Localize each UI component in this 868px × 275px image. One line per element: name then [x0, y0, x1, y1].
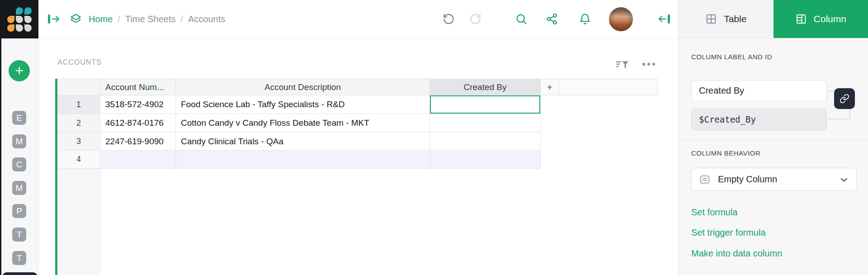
top-bar: Home / Time Sheets / Accounts — [39, 0, 678, 38]
column-type-value: Empty Column — [718, 174, 777, 185]
cell-created-by[interactable] — [430, 133, 541, 151]
row-number-cell[interactable]: 3 — [57, 133, 100, 151]
tab-table-label: Table — [724, 14, 746, 24]
cell-account-description[interactable]: Food Science Lab - Taffy Specialists - R… — [176, 95, 430, 114]
panel-divider — [679, 270, 868, 270]
panel-tabs: Table Column — [679, 0, 868, 38]
data-grid: Account Num... Account Description Creat… — [57, 79, 658, 169]
workbook-sidebar: + E M C M P T T — [0, 38, 39, 275]
column-header-created-by[interactable]: Created By — [430, 79, 541, 95]
collapse-panel-icon[interactable] — [657, 13, 671, 25]
link-icon — [840, 94, 849, 104]
table-row: 3 2247-619-9090 Candy Clinical Trials - … — [57, 133, 658, 151]
cell-account-number[interactable] — [100, 151, 176, 169]
app-logo[interactable] — [0, 0, 38, 38]
column-label-input[interactable] — [691, 80, 827, 101]
cell-account-number[interactable]: 3518-572-4902 — [100, 95, 176, 114]
panel-divider — [679, 139, 868, 140]
column-id-field: $Created_By — [691, 109, 827, 130]
cell-created-by[interactable] — [430, 114, 541, 133]
breadcrumb-separator: / — [180, 14, 183, 24]
sidebar-item-workbook-c[interactable]: C — [12, 157, 26, 171]
breadcrumb-home[interactable]: Home — [89, 14, 113, 24]
breadcrumb-time-sheets[interactable]: Time Sheets — [125, 14, 176, 24]
table-row-new: 4 — [57, 151, 658, 169]
link-label-id-button[interactable] — [834, 88, 855, 109]
section-heading-column-behavior: COLUMN BEHAVIOR — [691, 149, 760, 157]
tab-column-label: Column — [814, 14, 846, 24]
empty-column-icon — [699, 174, 711, 185]
column-type-dropdown[interactable]: Empty Column — [691, 168, 857, 191]
row-number-cell[interactable]: 1 — [57, 95, 100, 114]
set-trigger-formula-link[interactable]: Set trigger formula — [691, 228, 766, 238]
breadcrumb-separator: / — [118, 14, 120, 24]
sidebar-bottom-button[interactable] — [2, 272, 38, 275]
breadcrumb: Home / Time Sheets / Accounts — [89, 0, 225, 38]
row-number-cell[interactable]: 4 — [57, 151, 100, 169]
row-number-cell[interactable]: 2 — [57, 114, 100, 133]
sidebar-item-workbook-m1[interactable]: M — [12, 134, 26, 148]
make-into-data-column-link[interactable]: Make into data column — [691, 248, 782, 259]
logo-grid-icon — [7, 7, 32, 32]
app-window: + E M C M P T T Home / Time Sh — [0, 0, 868, 275]
table-row: 1 3518-572-4902 Food Science Lab - Taffy… — [57, 95, 658, 114]
cell-account-description[interactable]: Candy Clinical Trials - QAa — [176, 133, 430, 151]
add-column-button[interactable]: + — [541, 79, 559, 95]
sidebar-item-workbook-t1[interactable]: T — [12, 228, 26, 242]
chevron-down-icon — [839, 175, 849, 185]
cell-account-number[interactable]: 4612-874-0176 — [100, 114, 176, 133]
cell-created-by[interactable] — [430, 151, 541, 169]
selected-cell-created-by[interactable] — [430, 95, 541, 114]
table-grid-icon — [705, 13, 717, 25]
set-formula-link[interactable]: Set formula — [691, 207, 737, 218]
sidebar-item-workbook-m2[interactable]: M — [12, 181, 26, 195]
table-row: 2 4612-874-0176 Cotton Candy v Candy Flo… — [57, 114, 658, 133]
sidebar-item-workbook-t2[interactable]: T — [12, 251, 26, 265]
sidebar-edge — [0, 38, 1, 275]
header-row: Account Num... Account Description Creat… — [57, 79, 658, 95]
sidebar-item-workbook-e[interactable]: E — [12, 111, 26, 125]
empty-header-cell[interactable] — [559, 79, 658, 95]
breadcrumb-accounts[interactable]: Accounts — [188, 14, 225, 24]
undo-icon[interactable] — [443, 13, 455, 25]
tab-table[interactable]: Table — [679, 0, 774, 38]
user-avatar[interactable] — [609, 7, 633, 31]
more-options-icon[interactable] — [642, 63, 655, 66]
sort-filter-icon[interactable] — [616, 59, 629, 72]
row-number-rail — [57, 169, 100, 275]
add-workbook-button[interactable]: + — [9, 60, 30, 81]
sidebar-item-workbook-p[interactable]: P — [12, 204, 26, 218]
cell-account-number[interactable]: 2247-619-9090 — [100, 133, 176, 151]
properties-panel: Table Column COLUMN LABEL AND ID $Create… — [678, 0, 868, 275]
search-icon[interactable] — [515, 13, 528, 25]
sheet-title: ACCOUNTS — [57, 58, 102, 66]
tab-column[interactable]: Column — [774, 0, 868, 38]
expand-panel-icon[interactable] — [47, 13, 61, 25]
share-icon[interactable] — [546, 13, 558, 25]
corner-header-cell[interactable] — [57, 79, 100, 95]
bell-icon[interactable] — [579, 13, 591, 25]
cell-account-description[interactable] — [176, 151, 430, 169]
cell-account-description[interactable]: Cotton Candy v Candy Floss Debate Team -… — [176, 114, 430, 133]
column-icon — [795, 13, 807, 25]
column-header-account-number[interactable]: Account Num... — [100, 79, 176, 95]
layers-icon[interactable] — [70, 13, 82, 25]
column-header-account-description[interactable]: Account Description — [176, 79, 430, 95]
redo-icon[interactable] — [469, 13, 481, 25]
section-heading-column-label: COLUMN LABEL AND ID — [691, 53, 772, 61]
